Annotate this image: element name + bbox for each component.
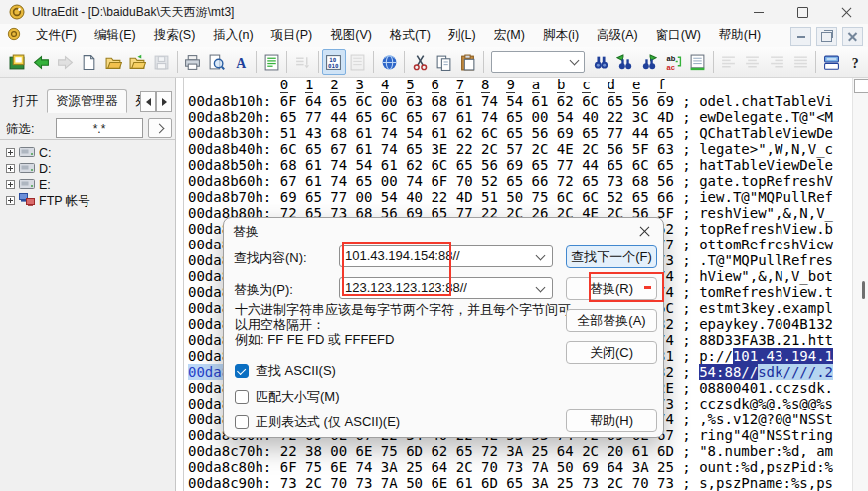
menu-item[interactable]: 插入(n) [204, 28, 261, 42]
split-window-icon[interactable] [819, 49, 843, 75]
hex-row[interactable]: 00da8c70h: 22 38 00 6E 75 6D 62 65 72 3A… [184, 443, 852, 459]
svg-text:?: ? [852, 55, 859, 70]
dialog-close-button[interactable] [637, 224, 653, 240]
cut-icon[interactable] [408, 49, 432, 75]
checked-checkbox[interactable] [235, 364, 249, 378]
minimize-button[interactable] [737, 0, 781, 24]
unchecked-checkbox[interactable] [235, 390, 249, 404]
sidebar-tab-资源管理器[interactable]: 资源管理器 [47, 89, 127, 113]
hex-row[interactable]: 00da8b40h: 6C 65 67 61 74 65 3E 22 2C 57… [184, 141, 852, 157]
print-preview-icon[interactable] [205, 49, 229, 75]
font-icon[interactable]: A [229, 49, 253, 75]
toolbar-separator [483, 51, 484, 73]
hex-row[interactable]: 00da8b70h: 69 65 77 00 54 40 22 4D 51 50… [184, 189, 852, 205]
hex-row[interactable]: 00da8b60h: 67 61 74 65 00 74 6F 70 52 65… [184, 173, 852, 189]
tab-scroll-right-button[interactable] [156, 91, 172, 112]
menu-item[interactable]: 搜索(S) [145, 28, 205, 42]
expand-plus-icon[interactable] [6, 146, 15, 160]
scrollbar-top-button[interactable] [854, 79, 868, 93]
copy-icon[interactable] [432, 49, 455, 75]
menu-item[interactable]: 帮助(H) [710, 28, 770, 42]
menu-item[interactable]: 文件(F) [27, 28, 86, 42]
hex-row[interactable]: 00da8b10h: 6F 64 65 6C 00 63 68 61 74 54… [184, 93, 852, 109]
menu-item[interactable]: 列(L) [439, 28, 485, 42]
menu-item[interactable]: 视图(V) [321, 28, 381, 42]
drive-tree: C:D:E:FTP 帐号 [6, 145, 173, 209]
file-manager-icon[interactable] [5, 49, 29, 75]
sidebar-divider [0, 139, 175, 140]
tree-item[interactable]: E: [6, 177, 173, 193]
expand-plus-icon[interactable] [6, 178, 15, 192]
folder-special-icon[interactable] [125, 49, 149, 75]
hex-row[interactable]: 00da8c90h: 73 2C 70 73 7A 50 6E 61 6D 65… [184, 475, 852, 491]
help-icon[interactable]: ? [844, 49, 868, 75]
replace-all-button[interactable]: 全部替换(A) [566, 309, 657, 332]
menu-item[interactable]: 窗口(W) [647, 28, 710, 42]
hint-line: 例如: FF FE FD 或 FFFEFD [235, 332, 571, 347]
find-next-icon[interactable] [637, 49, 661, 75]
hex-address: 00da8b40h: [188, 141, 271, 157]
hex-row[interactable]: 00da8b50h: 68 61 74 54 61 62 6C 65 56 69… [184, 157, 852, 173]
menu-item[interactable]: 编辑(E) [86, 28, 145, 42]
find-what-combobox[interactable]: 101.43.194.154:88// [339, 246, 553, 267]
find-prev-icon[interactable] [613, 49, 637, 75]
expand-plus-icon[interactable] [6, 162, 15, 176]
toolbar-separator [256, 51, 257, 73]
open-folder-icon[interactable] [101, 49, 125, 75]
close-button[interactable]: 关闭(C) [566, 341, 657, 364]
menu-item[interactable]: 高级(A) [588, 28, 647, 42]
menu-item[interactable]: 脚本(i) [534, 28, 588, 42]
tree-item[interactable]: FTP 帐号 [6, 193, 173, 209]
mdi-restore-button[interactable] [816, 27, 837, 46]
find-next-button[interactable]: 查找下一个(F) [566, 246, 657, 268]
forward-icon [53, 49, 77, 75]
new-file-icon[interactable] [78, 49, 101, 75]
tree-item[interactable]: D: [6, 161, 173, 177]
annotation-dash [644, 286, 651, 289]
hex-address: 00da8b20h: [188, 109, 271, 125]
browser-icon[interactable] [377, 49, 401, 75]
expand-plus-icon[interactable] [6, 194, 15, 208]
sidebar-tab-打开[interactable]: 打开 [4, 89, 47, 113]
toolbar-separator [404, 51, 405, 73]
filter-apply-button[interactable] [148, 118, 172, 138]
filter-input[interactable]: *.* [56, 118, 143, 138]
back-icon[interactable] [29, 49, 53, 75]
hex-row[interactable]: 00da8b30h: 51 43 68 61 74 54 61 62 6C 65… [184, 125, 852, 141]
replace-with-combobox[interactable]: 123.123.123.123:88// [339, 277, 553, 299]
tab-scroll-left-button[interactable] [140, 91, 156, 112]
paragraph-icon[interactable] [260, 49, 283, 75]
close-button[interactable] [824, 0, 868, 24]
menu-item[interactable]: 格式(T) [381, 28, 439, 42]
maximize-button[interactable] [781, 0, 824, 24]
replace-icon[interactable]: abac [661, 49, 685, 75]
mdi-close-button[interactable] [842, 27, 863, 46]
menu-bar: 文件(F)编辑(E)搜索(S)插入(n)项目(P)视图(V)格式(T)列(L)宏… [0, 24, 868, 48]
menu-items-container: 文件(F)编辑(E)搜索(S)插入(n)项目(P)视图(V)格式(T)列(L)宏… [27, 24, 770, 47]
hex-row[interactable]: 00da8b20h: 65 77 44 65 6C 65 67 61 74 65… [184, 109, 852, 125]
help-button[interactable]: 帮助(H) [566, 409, 657, 432]
tree-item-label: D: [39, 162, 52, 176]
scrollbar-thumb[interactable] [862, 281, 865, 299]
toolbar-find-combobox[interactable] [491, 51, 586, 73]
hex-mode-icon[interactable]: 10010 [322, 49, 346, 75]
find-in-doc-icon[interactable] [685, 49, 709, 75]
hex-format-hint: 十六进制字符串应该是每字节两个字符，并且每个字节间可 以用空格隔开： 例如: F… [235, 302, 571, 347]
mdi-minimize-button[interactable] [790, 27, 811, 46]
toolbar-separator [286, 51, 287, 73]
find-what-value: 101.43.194.154:88// [345, 246, 460, 266]
save-icon [149, 49, 173, 75]
vertical-scrollbar[interactable] [852, 78, 868, 491]
paste-icon[interactable] [456, 49, 480, 75]
drive-icon [19, 146, 35, 161]
menu-item[interactable]: 项目(P) [262, 28, 322, 42]
chevron-down-icon [570, 56, 580, 66]
find-icon[interactable] [589, 49, 612, 75]
tree-item[interactable]: C: [6, 145, 173, 161]
menu-item[interactable]: 宏(M) [485, 28, 534, 42]
print-icon[interactable] [181, 49, 205, 75]
hex-row[interactable]: 00da8c80h: 6F 75 6E 74 3A 25 64 2C 70 73… [184, 459, 852, 475]
filter-row: 筛选: *.* [6, 118, 173, 140]
toolbar-separator [373, 51, 374, 73]
unchecked-checkbox[interactable] [235, 415, 249, 429]
